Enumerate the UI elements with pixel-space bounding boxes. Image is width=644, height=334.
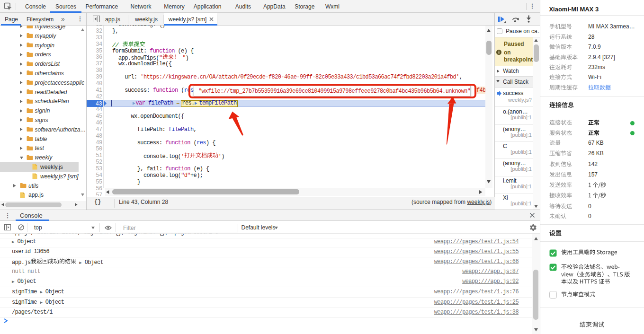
svg-text:43: 43 (96, 100, 102, 107)
